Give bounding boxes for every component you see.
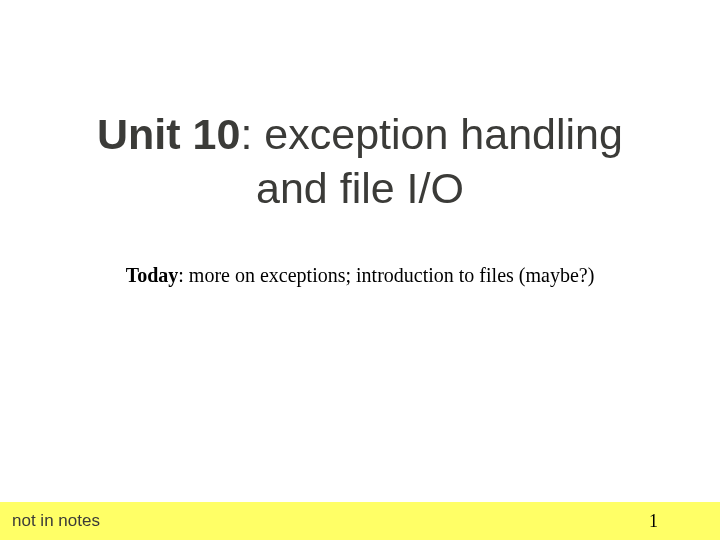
title-unit-number: Unit 10 (97, 110, 240, 158)
slide-footer: not in notes 1 (0, 502, 720, 540)
slide-content: Unit 10: exception handling and file I/O… (0, 0, 720, 287)
subtitle-text: : more on exceptions; introduction to fi… (178, 264, 594, 286)
title-text-line2: and file I/O (256, 164, 464, 212)
slide-title: Unit 10: exception handling and file I/O (0, 108, 720, 216)
page-number: 1 (649, 511, 708, 532)
subtitle-label: Today (126, 264, 179, 286)
title-text-line1: : exception handling (240, 110, 623, 158)
slide-subtitle: Today: more on exceptions; introduction … (0, 264, 720, 287)
footer-note: not in notes (12, 511, 100, 531)
